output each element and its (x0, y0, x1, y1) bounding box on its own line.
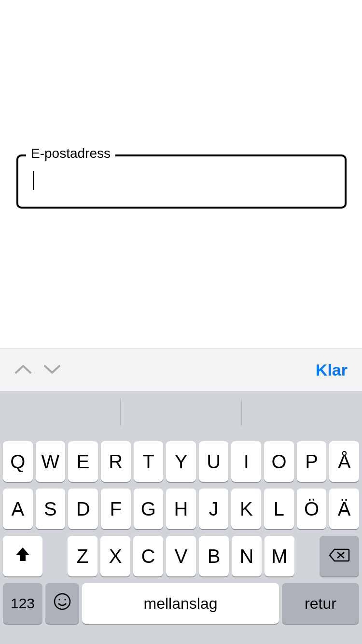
key-row-3-letters: Z X C V B N M (45, 536, 317, 576)
key-row-1: Q W E R T Y U I O P Å (0, 441, 362, 482)
key-aring[interactable]: Å (329, 441, 359, 482)
key-p[interactable]: P (297, 441, 327, 482)
key-row-2: A S D F G H J K L Ö Ä (0, 489, 362, 529)
key-odia[interactable]: Ö (297, 489, 327, 529)
key-y[interactable]: Y (166, 441, 196, 482)
key-r[interactable]: R (101, 441, 131, 482)
key-o[interactable]: O (264, 441, 294, 482)
shift-icon (14, 546, 31, 567)
key-h[interactable]: H (166, 489, 196, 529)
key-q[interactable]: Q (3, 441, 33, 482)
key-f[interactable]: F (101, 489, 131, 529)
chevron-down-icon (43, 364, 61, 377)
accessory-nav (0, 361, 62, 380)
return-key[interactable]: retur (282, 583, 359, 624)
numbers-key[interactable]: 123 (3, 583, 42, 624)
key-t[interactable]: T (134, 441, 164, 482)
key-n[interactable]: N (232, 536, 262, 576)
key-adia[interactable]: Ä (329, 489, 359, 529)
key-e[interactable]: E (68, 441, 98, 482)
suggestion-slot-2[interactable] (121, 391, 241, 434)
key-w[interactable]: W (36, 441, 66, 482)
svg-point-2 (55, 594, 70, 609)
key-j[interactable]: J (199, 489, 229, 529)
key-row-3: Z X C V B N M (0, 536, 362, 576)
backspace-icon (329, 546, 350, 567)
key-m[interactable]: M (265, 536, 294, 576)
virtual-keyboard: Q W E R T Y U I O P Å A S D F G H J K L … (0, 391, 362, 644)
shift-key[interactable] (3, 536, 42, 576)
email-label: E-postadress (31, 146, 111, 161)
done-button[interactable]: Klar (316, 361, 362, 379)
emoji-key[interactable] (45, 583, 79, 624)
key-s[interactable]: S (36, 489, 66, 529)
key-u[interactable]: U (199, 441, 229, 482)
space-key[interactable]: mellanslag (82, 583, 279, 624)
emoji-icon (53, 592, 72, 616)
key-x[interactable]: X (100, 536, 130, 576)
next-field-button[interactable] (42, 361, 62, 380)
key-a[interactable]: A (3, 489, 33, 529)
text-cursor (33, 171, 34, 190)
email-label-wrap: E-postadress (26, 146, 115, 161)
content-area: E-postadress (0, 0, 362, 350)
prev-field-button[interactable] (14, 361, 33, 380)
suggestion-slot-1[interactable] (0, 391, 120, 434)
key-c[interactable]: C (133, 536, 163, 576)
key-b[interactable]: B (199, 536, 229, 576)
svg-point-3 (59, 599, 60, 600)
suggestion-slot-3[interactable] (242, 391, 362, 434)
key-l[interactable]: L (264, 489, 294, 529)
keyboard-accessory-bar: Klar (0, 349, 362, 391)
chevron-up-icon (14, 364, 32, 377)
email-field[interactable] (16, 154, 347, 209)
key-d[interactable]: D (68, 489, 98, 529)
key-g[interactable]: G (134, 489, 164, 529)
key-row-4: 123 mellanslag retur (0, 583, 362, 624)
email-field-container: E-postadress (16, 154, 347, 209)
suggestion-bar (0, 391, 362, 434)
key-i[interactable]: I (231, 441, 261, 482)
key-z[interactable]: Z (68, 536, 97, 576)
key-k[interactable]: K (231, 489, 261, 529)
backspace-key[interactable] (320, 536, 359, 576)
key-v[interactable]: V (166, 536, 196, 576)
svg-point-4 (65, 599, 66, 600)
